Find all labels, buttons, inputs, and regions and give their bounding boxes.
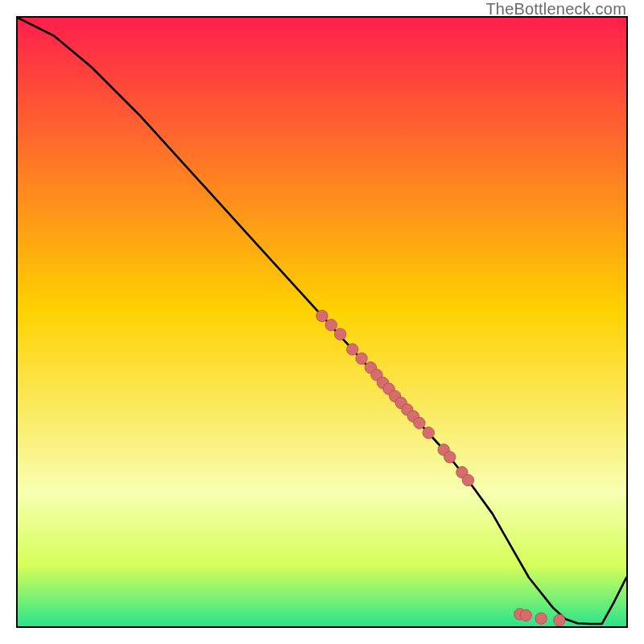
data-point [334,328,345,340]
data-point [462,474,473,485]
data-point [535,613,547,624]
data-point [444,452,456,463]
curve-layer [18,18,626,626]
chart-container: TheBottleneck.com [0,0,644,644]
data-points [316,310,565,625]
data-point [356,353,367,364]
data-point [554,614,565,625]
data-point [414,417,425,428]
data-point [325,320,336,331]
data-point [316,310,328,321]
plot-area [16,16,628,628]
data-point [347,344,358,355]
data-point [520,609,531,621]
data-point [423,427,434,438]
